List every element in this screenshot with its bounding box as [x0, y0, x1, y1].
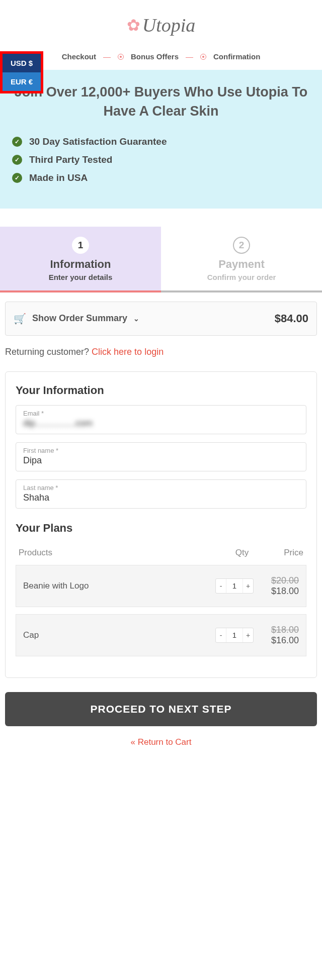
price-old: $18.00 — [254, 625, 299, 635]
plan-row: Beanie with Logo - 1 + $20.00 $18.00 — [16, 565, 306, 607]
qty-value: 1 — [226, 579, 243, 593]
step-subtitle: Enter your details — [0, 273, 161, 281]
clover-icon: ✿ — [127, 16, 140, 35]
price-new: $18.00 — [254, 586, 299, 597]
qty-increase-button[interactable]: + — [243, 579, 253, 593]
firstname-field[interactable] — [23, 455, 299, 466]
firstname-field-wrapper[interactable]: First name * — [16, 442, 306, 471]
login-link[interactable]: Click here to login — [92, 347, 164, 357]
breadcrumb-separator: — — [103, 52, 111, 61]
summary-total: $84.00 — [275, 312, 308, 325]
hero-title: Join Over 12,000+ Buyers Who Use Utopia … — [10, 83, 312, 121]
hero-post: Buyers Who Use Utopia To Have A Clear Sk… — [103, 84, 307, 119]
breadcrumb-dot-icon — [200, 54, 206, 60]
qty-value: 1 — [226, 628, 243, 642]
check-row: ✓Made in USA — [12, 172, 310, 183]
plans-section: Your Plans Products Qty Price Beanie wit… — [16, 522, 306, 656]
check-label: 30 Day Satisfaction Guarantee — [29, 136, 167, 147]
order-summary-toggle[interactable]: 🛒 Show Order Summary ⌄ $84.00 — [5, 302, 317, 336]
price-old: $20.00 — [254, 575, 299, 586]
checkout-steps: 1 Information Enter your details 2 Payme… — [0, 227, 322, 290]
check-label: Third Party Tested — [29, 154, 112, 165]
hero-count: 12,000+ — [81, 84, 130, 100]
step-title: Payment — [161, 258, 322, 271]
plan-price: $20.00 $18.00 — [254, 575, 299, 597]
col-qty: Qty — [235, 548, 249, 558]
check-icon: ✓ — [12, 173, 22, 183]
step-title: Information — [0, 258, 161, 271]
chevron-down-icon: ⌄ — [133, 315, 139, 323]
breadcrumb-separator: — — [186, 52, 193, 61]
step-information[interactable]: 1 Information Enter your details — [0, 227, 161, 290]
check-label: Made in USA — [29, 172, 88, 183]
proceed-button[interactable]: PROCEED TO NEXT STEP — [5, 692, 317, 726]
firstname-label: First name * — [23, 447, 299, 454]
currency-switcher[interactable]: USD $ EUR € — [0, 51, 43, 93]
step-bar-active — [0, 290, 161, 292]
header: ✿ Utopia — [0, 0, 322, 46]
check-icon: ✓ — [12, 155, 22, 165]
plan-price: $18.00 $16.00 — [254, 625, 299, 646]
step-number: 2 — [233, 237, 250, 254]
col-price: Price — [284, 548, 303, 558]
returning-customer: Returning customer? Click here to login — [0, 336, 322, 357]
col-products: Products — [19, 548, 52, 558]
price-new: $16.00 — [254, 635, 299, 646]
breadcrumb-confirmation: Confirmation — [213, 52, 260, 61]
quantity-stepper[interactable]: - 1 + — [215, 578, 254, 594]
lastname-field[interactable] — [23, 493, 299, 503]
step-progress-bar — [0, 290, 322, 292]
returning-text: Returning customer? — [5, 347, 92, 357]
logo-text: Utopia — [142, 14, 196, 36]
breadcrumb-dot-icon — [118, 54, 124, 60]
check-row: ✓Third Party Tested — [12, 154, 310, 165]
summary-label: Show Order Summary — [32, 313, 127, 324]
lastname-label: Last name * — [23, 484, 299, 492]
lastname-field-wrapper[interactable]: Last name * — [16, 479, 306, 509]
section-title-info: Your Information — [16, 384, 306, 397]
quantity-stepper[interactable]: - 1 + — [215, 628, 254, 643]
form-card: Your Information Email * First name * La… — [5, 371, 317, 678]
qty-decrease-button[interactable]: - — [216, 628, 226, 642]
section-title-plans: Your Plans — [16, 522, 306, 535]
hero-checks: ✓30 Day Satisfaction Guarantee ✓Third Pa… — [10, 136, 312, 183]
return-to-cart-link[interactable]: « Return to Cart — [0, 726, 322, 758]
qty-decrease-button[interactable]: - — [216, 579, 226, 593]
step-number: 1 — [72, 237, 89, 254]
plan-name: Cap — [23, 630, 215, 640]
step-subtitle: Confirm your order — [161, 273, 322, 281]
currency-option-eur[interactable]: EUR € — [3, 72, 41, 91]
cart-icon: 🛒 — [14, 313, 26, 325]
hero: Join Over 12,000+ Buyers Who Use Utopia … — [0, 70, 322, 209]
step-bar-inactive — [161, 290, 322, 292]
check-row: ✓30 Day Satisfaction Guarantee — [12, 136, 310, 147]
check-icon: ✓ — [12, 137, 22, 147]
step-payment[interactable]: 2 Payment Confirm your order — [161, 227, 322, 290]
breadcrumb-checkout: Checkout — [62, 52, 96, 61]
plan-name: Beanie with Logo — [23, 581, 215, 591]
email-field-wrapper[interactable]: Email * — [16, 405, 306, 434]
plan-row: Cap - 1 + $18.00 $16.00 — [16, 614, 306, 656]
breadcrumb-bonus: Bonus Offers — [131, 52, 179, 61]
currency-option-usd[interactable]: USD $ — [3, 54, 41, 72]
email-field[interactable] — [23, 418, 299, 429]
qty-increase-button[interactable]: + — [243, 628, 253, 642]
email-label: Email * — [23, 410, 299, 417]
breadcrumb: Checkout — Bonus Offers — Confirmation — [0, 46, 322, 70]
summary-left: 🛒 Show Order Summary ⌄ — [14, 313, 139, 325]
plans-header: Products Qty Price — [16, 543, 306, 565]
